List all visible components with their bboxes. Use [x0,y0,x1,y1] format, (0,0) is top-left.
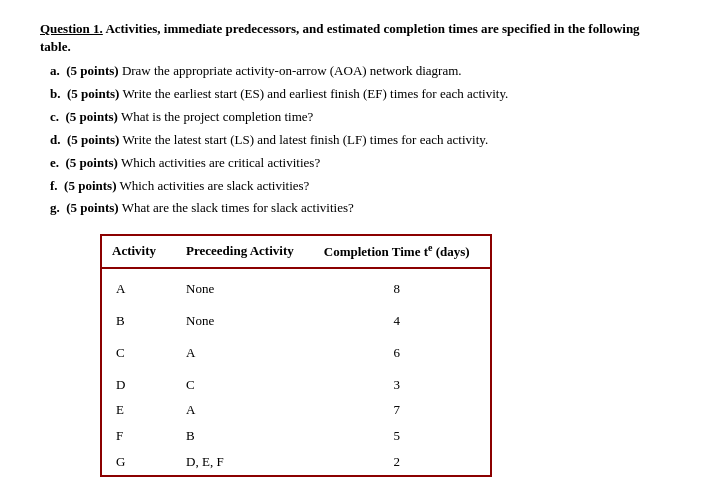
part-item: f. (5 points) Which activities are slack… [50,177,672,196]
part-label: a. [50,63,60,78]
cell-activity: F [101,423,176,449]
part-text: What is the project completion time? [121,109,313,124]
part-label: c. [50,109,59,124]
cell-time: 6 [314,333,491,365]
part-text: Write the earliest start (ES) and earlie… [122,86,508,101]
part-label: b. [50,86,60,101]
activity-table: Activity Preceeding Activity Completion … [100,234,492,476]
cell-preceding: B [176,423,314,449]
part-label: g. [50,200,60,215]
cell-time: 5 [314,423,491,449]
part-item: b. (5 points) Write the earliest start (… [50,85,672,104]
col-header-activity: Activity [101,235,176,267]
table-row: F B 5 [101,423,491,449]
part-points: (5 points) [67,132,119,147]
part-item: d. (5 points) Write the latest start (LS… [50,131,672,150]
cell-time: 4 [314,301,491,333]
cell-activity: E [101,397,176,423]
part-points: (5 points) [66,109,118,124]
table-row: E A 7 [101,397,491,423]
part-points: (5 points) [66,63,118,78]
part-text: Which activities are critical activities… [121,155,320,170]
part-text: Write the latest start (LS) and latest f… [122,132,488,147]
cell-time: 2 [314,449,491,476]
part-points: (5 points) [64,178,116,193]
part-points: (5 points) [66,200,118,215]
parts-list: a. (5 points) Draw the appropriate activ… [50,62,672,218]
cell-preceding: A [176,333,314,365]
superscript-e: e [428,242,432,253]
part-points: (5 points) [66,155,118,170]
table-row: B None 4 [101,301,491,333]
cell-time: 3 [314,365,491,397]
cell-time: 8 [314,268,491,301]
part-label: e. [50,155,59,170]
part-label: d. [50,132,60,147]
col-header-time: Completion Time te (days) [314,235,491,267]
question-title: Question 1. Activities, immediate predec… [40,20,672,56]
table-row: C A 6 [101,333,491,365]
table-header-row: Activity Preceeding Activity Completion … [101,235,491,267]
cell-activity: A [101,268,176,301]
cell-activity: G [101,449,176,476]
part-label: f. [50,178,58,193]
part-points: (5 points) [67,86,119,101]
part-text: Draw the appropriate activity-on-arrow (… [122,63,462,78]
question-number: Question 1. [40,21,103,36]
part-item: c. (5 points) What is the project comple… [50,108,672,127]
activity-table-wrapper: Activity Preceeding Activity Completion … [100,234,672,476]
question-title-text: Activities, immediate predecessors, and … [40,21,640,54]
table-row: A None 8 [101,268,491,301]
cell-time: 7 [314,397,491,423]
cell-preceding: None [176,268,314,301]
cell-preceding: None [176,301,314,333]
cell-activity: B [101,301,176,333]
table-body: A None 8 B None 4 C A 6 D C 3 E A 7 F B … [101,268,491,476]
cell-preceding: D, E, F [176,449,314,476]
part-item: g. (5 points) What are the slack times f… [50,199,672,218]
part-text: What are the slack times for slack activ… [122,200,354,215]
part-text: Which activities are slack activities? [119,178,309,193]
part-item: a. (5 points) Draw the appropriate activ… [50,62,672,81]
col-header-preceding: Preceeding Activity [176,235,314,267]
part-item: e. (5 points) Which activities are criti… [50,154,672,173]
cell-activity: D [101,365,176,397]
cell-preceding: A [176,397,314,423]
table-row: G D, E, F 2 [101,449,491,476]
cell-preceding: C [176,365,314,397]
table-row: D C 3 [101,365,491,397]
cell-activity: C [101,333,176,365]
